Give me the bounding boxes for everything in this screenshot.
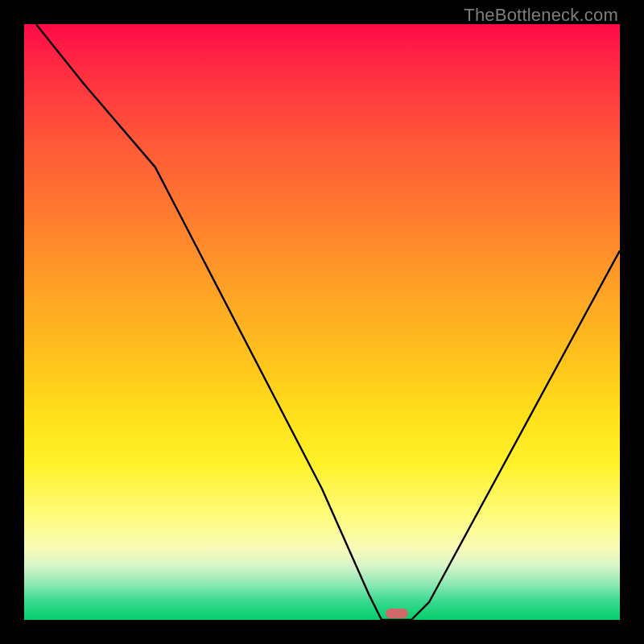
curve-svg <box>24 24 620 620</box>
watermark-text: TheBottleneck.com <box>464 5 618 26</box>
chart-frame: TheBottleneck.com <box>0 0 644 644</box>
bottleneck-curve <box>36 24 620 620</box>
plot-area <box>24 24 620 620</box>
optimum-marker <box>386 609 408 618</box>
